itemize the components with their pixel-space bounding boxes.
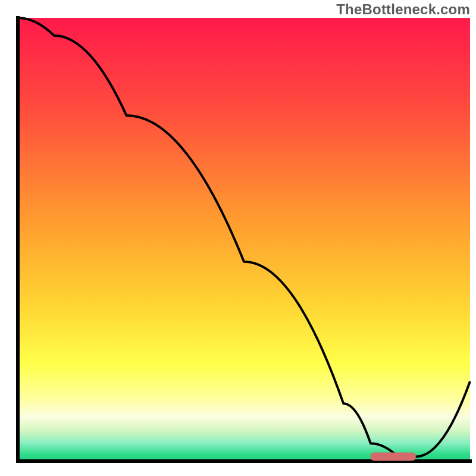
bottleneck-chart: TheBottleneck.com	[0, 0, 476, 476]
chart-svg	[0, 0, 476, 476]
plot-background	[18, 18, 470, 461]
optimal-range-marker	[371, 453, 416, 461]
